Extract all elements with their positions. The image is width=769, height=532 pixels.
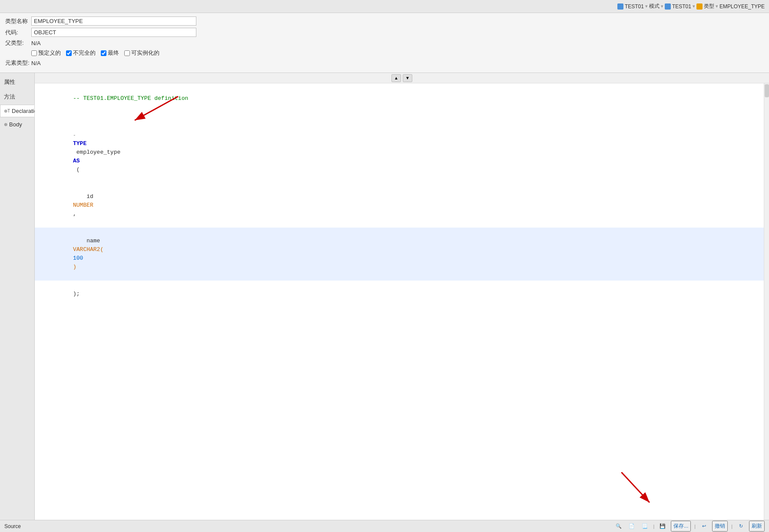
icon-btn-4[interactable]: 💾 [658,522,667,530]
main-container: 类型名称 代码: 父类型: N/A 预定义的 不完全的 最终 [0,13,769,532]
close-paren: ); [73,291,80,297]
checkbox-predefined[interactable]: 预定义的 [31,49,61,57]
separator-bar-3: | [731,524,733,529]
kw-type: TYPE [73,140,86,147]
element-type-label: 元素类型: [5,59,31,67]
type-name: employee_type [73,149,124,155]
status-buttons: 🔍 📄 📃 | 💾 保存... | ↩ 撤销 | [614,521,765,532]
db-label: TEST01 [625,3,644,10]
schema-label: 类型 [704,3,714,10]
save-label: 保存... [673,522,688,530]
varchar-size: 100 [73,255,83,261]
undo-label: 撤销 [715,522,725,530]
number-type: NUMBER [73,202,93,208]
scrollbar-track[interactable] [764,83,769,520]
comment-line: -- TEST01.EMPLOYEE_TYPE definition [35,85,769,112]
comment-text: -- TEST01.EMPLOYEE_TYPE definition [73,95,188,102]
scrollbar-thumb[interactable] [765,84,769,97]
icon-btn-6[interactable]: ↻ [736,522,746,530]
sep3: ▾ [693,3,695,9]
refresh-button[interactable]: 刷新 [749,521,765,532]
tab-methods[interactable]: 方法 [0,90,34,104]
incomplete-check[interactable] [66,50,72,56]
code-input[interactable] [31,28,196,37]
checkbox-incomplete[interactable]: 不完全的 [66,49,96,57]
incomplete-label: 不完全的 [73,49,96,57]
content-area: 属性 方法 ⊕T Declaration ⊕ Body ▲ ▼ [0,73,769,520]
undo-icon: ↩ [701,523,707,529]
type-name-label: 类型名称 [5,17,31,25]
properties-panel: 类型名称 代码: 父类型: N/A 预定义的 不完全的 最终 [0,13,769,73]
open-paren: ( [73,166,80,173]
code-editor[interactable]: -- TEST01.EMPLOYEE_TYPE definition - TYP… [35,83,769,520]
code-line-id: id NUMBER , [35,183,769,228]
id-field: id [73,193,97,200]
tab-body[interactable]: ⊕ Body [0,118,34,131]
sidebar: 属性 方法 ⊕T Declaration ⊕ Body [0,73,35,520]
parent-type-row: 父类型: N/A [5,39,764,47]
file-icon: 📄 [629,523,635,529]
final-check[interactable] [101,50,106,56]
code-row: 代码: [5,28,764,37]
schema-icon [696,3,703,10]
top-bar: TEST01 ▾ 模式 ▾ TEST01 ▾ 类型 ▾ EMPLOYEE_TYP… [0,0,769,13]
parent-type-value: N/A [31,40,41,46]
refresh-label: 刷新 [752,522,762,530]
save-file-icon: 💾 [660,523,666,529]
db-icon-2 [665,3,671,10]
checkboxes-row: 预定义的 不完全的 最终 可实例化的 [31,49,764,57]
predefined-label: 预定义的 [38,49,61,57]
type-name-input[interactable] [31,17,196,26]
db2-label: TEST01 [672,3,691,10]
element-type-row: 元素类型: N/A [5,59,764,67]
comma-1: , [73,211,76,217]
checkbox-final[interactable]: 最终 [101,49,119,57]
predefined-check[interactable] [31,50,37,56]
fold-icon: - [73,132,76,138]
toolbar-btn-2[interactable]: ▼ [403,74,412,82]
search-icon: 🔍 [616,523,622,529]
sep1: ▾ [645,3,648,9]
sep4: ▾ [716,3,718,9]
refresh-icon: ↻ [738,523,744,529]
code-line-type: - TYPE employee_type AS ( [35,122,769,183]
code-line-name: name VARCHAR2( 100 ) [35,228,769,281]
separator-bar-2: | [694,524,696,529]
search-btn[interactable]: 🔍 [614,522,623,530]
parent-type-label: 父类型: [5,39,31,47]
page-icon: 📃 [642,523,648,529]
icon-btn-3[interactable]: 📃 [640,522,650,530]
code-line-close: ); [35,281,769,307]
tab-methods-label: 方法 [4,93,15,101]
save-button[interactable]: 保存... [671,521,691,532]
varchar-close: ) [73,264,76,270]
element-type-value: N/A [31,60,41,66]
blank-line-1 [35,112,769,122]
instantiable-label: 可实例化的 [131,49,159,57]
source-label: Source [4,523,21,529]
instantiable-check[interactable] [124,50,130,56]
icon-btn-5[interactable]: ↩ [699,522,709,530]
name-field: name [73,238,103,244]
editor-container: ▲ ▼ -- TEST01.EMPLOYEE_TYPE definition -… [35,73,769,520]
tab-properties[interactable]: 属性 [0,75,34,89]
toolbar-btn-1[interactable]: ▲ [391,74,401,82]
schema-mode-label: 模式 [649,3,660,10]
checkbox-instantiable[interactable]: 可实例化的 [124,49,159,57]
type-label: EMPLOYEE_TYPE [719,3,765,10]
tab-properties-label: 属性 [4,78,15,86]
type-name-row: 类型名称 [5,17,764,26]
sep2: ▾ [661,3,663,9]
undo-button[interactable]: 撤销 [712,521,728,532]
kw-as: AS [73,158,80,164]
status-bar: Source 🔍 📄 📃 | 💾 保存... | ↩ [0,520,769,532]
tab-body-label: Body [9,121,22,128]
final-label: 最终 [108,49,119,57]
icon-btn-2[interactable]: 📄 [627,522,636,530]
declaration-icon: ⊕T [4,109,10,113]
tab-declaration[interactable]: ⊕T Declaration [0,105,34,117]
body-icon: ⊕ [4,122,7,127]
connection-info: TEST01 ▾ 模式 ▾ TEST01 ▾ 类型 ▾ EMPLOYEE_TYP… [617,3,765,10]
editor-toolbar: ▲ ▼ [35,73,769,83]
code-label: 代码: [5,29,31,36]
